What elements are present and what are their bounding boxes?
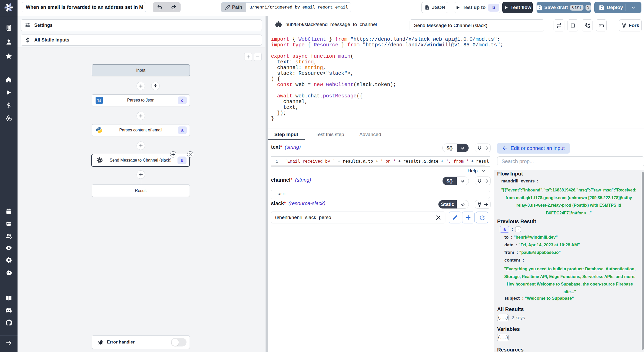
svg-text:TS: TS <box>97 99 101 103</box>
